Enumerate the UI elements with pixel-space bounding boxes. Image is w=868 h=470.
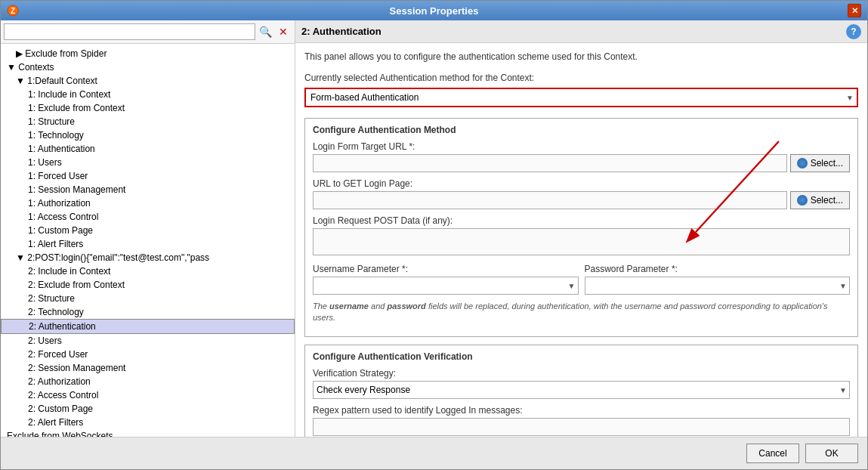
tree-item[interactable]: 1: Forced User [1, 169, 295, 183]
tree-item[interactable]: 1: Technology [1, 128, 295, 142]
svg-text:Z: Z [11, 7, 15, 15]
logged-in-label: Regex pattern used to identify Logged In… [313, 405, 850, 416]
login-get-label: URL to GET Login Page: [313, 178, 850, 189]
auth-method-label: Currently selected Authentication method… [304, 73, 858, 83]
tree-item[interactable]: 2: Include in Context [1, 264, 295, 278]
login-get-select-btn[interactable]: Select... [790, 191, 850, 209]
panel-body: This panel allows you to configure the a… [295, 43, 867, 437]
password-select[interactable] [585, 277, 851, 295]
logged-in-field: Regex pattern used to identify Logged In… [313, 405, 850, 436]
tree-item[interactable]: 1: Session Management [1, 183, 295, 196]
tree-item[interactable]: 1: Authorization [1, 196, 295, 210]
verification-strategy-select[interactable]: Check every Response Poll the Specified … [313, 381, 850, 399]
login-get-input-row: Select... [313, 191, 850, 209]
tree-item[interactable]: 1: Custom Page [1, 224, 295, 237]
main-content: 🔍 ✕ ▶ Exclude from Spider▼ Contexts▼ 1:D… [1, 20, 867, 437]
tree-item[interactable]: 2: Custom Page [1, 402, 295, 416]
tree-item[interactable]: 2: Alert Filters [1, 416, 295, 429]
verification-title: Configure Authentication Verification [313, 351, 850, 362]
post-data-textarea[interactable] [313, 228, 850, 255]
cancel-button[interactable]: Cancel [746, 444, 799, 463]
login-url-field: Login Form Target URL *: Select... [313, 141, 850, 172]
tree-item[interactable]: 2: Structure [1, 292, 295, 305]
tree-item[interactable]: 1: Structure [1, 115, 295, 128]
ok-button[interactable]: OK [805, 444, 858, 463]
password-combo-wrapper: ▼ [585, 277, 851, 295]
tree-item[interactable]: 2: Session Management [1, 361, 295, 375]
clear-icon-button[interactable]: ✕ [275, 23, 292, 40]
select-btn-label-2: Select... [811, 195, 843, 206]
tree-container: ▶ Exclude from Spider▼ Contexts▼ 1:Defau… [1, 44, 295, 437]
search-bar: 🔍 ✕ [1, 20, 295, 44]
footer: Cancel OK [1, 437, 867, 469]
panel-header: 2: Authentication ? [295, 20, 867, 43]
panel-title: 2: Authentication [301, 26, 846, 37]
note-text: The username and password fields will be… [313, 301, 850, 324]
verification-strategy-field: Verification Strategy: Check every Respo… [313, 368, 850, 399]
tree-item[interactable]: ▶ Exclude from Spider [1, 47, 295, 60]
tree-item[interactable]: 2: Technology [1, 305, 295, 319]
username-combo-wrapper: ▼ [313, 277, 579, 295]
password-col: Password Parameter *: ▼ [585, 264, 851, 295]
login-get-input[interactable] [313, 191, 787, 209]
auth-method-select[interactable]: Form-based Authentication [304, 88, 858, 107]
globe-icon-1 [797, 158, 808, 169]
username-label: Username Parameter *: [313, 264, 579, 274]
login-url-label: Login Form Target URL *: [313, 141, 850, 152]
description-text: This panel allows you to configure the a… [304, 51, 858, 63]
search-input[interactable] [4, 23, 255, 40]
configure-auth-group: Configure Authentication Method Login Fo… [304, 118, 858, 337]
right-panel: 2: Authentication ? This panel allows yo… [295, 20, 867, 437]
tree-item[interactable]: ▼ 2:POST:login(){"email":"test@test.com"… [1, 251, 295, 264]
username-select[interactable] [313, 277, 579, 295]
password-label: Password Parameter *: [585, 264, 851, 274]
tree-item[interactable]: 2: Forced User [1, 348, 295, 361]
verification-strategy-label: Verification Strategy: [313, 368, 850, 379]
title-bar: Z Session Properties ✕ [1, 1, 867, 20]
auth-method-dropdown-wrapper: Form-based Authentication ▼ [304, 88, 858, 107]
tree-item[interactable]: 2: Authorization [1, 375, 295, 388]
tree-item[interactable]: 1: Authentication [1, 142, 295, 156]
tree-item[interactable]: 2: Access Control [1, 388, 295, 402]
login-url-input[interactable] [313, 154, 787, 172]
search-icon-button[interactable]: 🔍 [257, 23, 273, 40]
login-get-field: URL to GET Login Page: Select... [313, 178, 850, 209]
select-btn-label-1: Select... [811, 158, 843, 169]
tree-item[interactable]: 2: Authentication [1, 319, 295, 334]
tree-item[interactable]: 2: Exclude from Context [1, 278, 295, 292]
tree-item[interactable]: 1: Users [1, 156, 295, 169]
tree-item[interactable]: 1: Include in Context [1, 88, 295, 101]
app-icon: Z [7, 5, 19, 17]
globe-icon-2 [797, 195, 808, 206]
verification-group: Configure Authentication Verification Ve… [304, 345, 858, 437]
dialog-title: Session Properties [20, 5, 848, 17]
right-panel-wrapper: 2: Authentication ? This panel allows yo… [295, 20, 867, 437]
tree-item[interactable]: 1: Alert Filters [1, 237, 295, 251]
tree-item[interactable]: 1: Access Control [1, 210, 295, 224]
verification-strategy-wrapper: Check every Response Poll the Specified … [313, 381, 850, 399]
help-button[interactable]: ? [846, 24, 861, 39]
login-url-select-btn[interactable]: Select... [790, 154, 850, 172]
tree-item[interactable]: ▼ Contexts [1, 60, 295, 74]
tree-item[interactable]: 2: Users [1, 334, 295, 348]
login-url-input-row: Select... [313, 154, 850, 172]
left-panel: 🔍 ✕ ▶ Exclude from Spider▼ Contexts▼ 1:D… [1, 20, 295, 437]
configure-auth-title: Configure Authentication Method [313, 125, 850, 135]
post-data-label: Login Request POST Data (if any): [313, 215, 850, 226]
tree-item[interactable]: Exclude from WebSockets [1, 429, 295, 437]
tree-item[interactable]: ▼ 1:Default Context [1, 74, 295, 88]
close-button[interactable]: ✕ [848, 4, 861, 17]
logged-in-input[interactable] [313, 418, 850, 436]
params-row: Username Parameter *: ▼ Password Paramet… [313, 264, 850, 295]
tree-item[interactable]: 1: Exclude from Context [1, 101, 295, 115]
post-data-field: Login Request POST Data (if any): [313, 215, 850, 258]
session-properties-dialog: Z Session Properties ✕ 🔍 ✕ ▶ Exclude fro… [0, 0, 868, 470]
username-col: Username Parameter *: ▼ [313, 264, 579, 295]
